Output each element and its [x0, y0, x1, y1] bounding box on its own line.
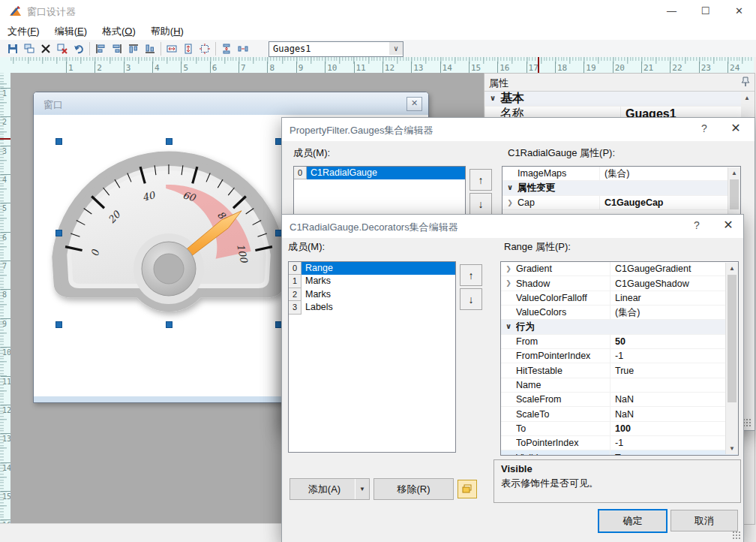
align-bottom-icon[interactable] [142, 41, 158, 56]
list-item-C1RadialGauge[interactable]: 0C1RadialGauge [294, 167, 465, 179]
align-top-icon[interactable] [125, 41, 142, 56]
selection-handle[interactable] [166, 138, 172, 145]
collapse-icon[interactable]: ∨ [501, 320, 516, 333]
list-item-Labels[interactable]: 3Labels [289, 301, 455, 314]
menu-item-2[interactable]: 格式(O) [94, 23, 143, 40]
ruler-number: 12 [385, 63, 394, 73]
property-value[interactable]: NaN [610, 393, 738, 406]
property-value[interactable]: (集合) [599, 167, 740, 180]
distribute-vertical-icon[interactable] [218, 41, 235, 56]
scroll-up-icon[interactable]: ▲ [728, 167, 740, 179]
distribute-horizontal-icon[interactable] [235, 41, 251, 56]
scroll-thumb[interactable] [730, 179, 739, 209]
dialog2-move-down-button[interactable]: ↓ [460, 288, 482, 310]
list-item-Range[interactable]: 0Range [289, 262, 455, 275]
property-row-Cap[interactable]: ❯CapC1GaugeCap [502, 196, 740, 210]
property-value[interactable]: -1 [610, 349, 738, 363]
list-item-Marks[interactable]: 1Marks [289, 275, 455, 288]
pin-icon[interactable] [741, 77, 750, 90]
align-left-icon[interactable] [92, 41, 109, 56]
same-height-icon[interactable] [180, 41, 196, 56]
property-value[interactable]: -1 [610, 436, 738, 450]
tab-order-icon[interactable] [21, 41, 38, 56]
property-value[interactable]: True [610, 450, 738, 456]
property-row-Visible[interactable]: VisibleTrue [501, 450, 738, 456]
property-row-基本[interactable]: ∨基本 [485, 92, 741, 107]
menu-item-1[interactable]: 编辑(E) [47, 23, 94, 40]
property-row-ValueColorFalloff[interactable]: ValueColorFalloffLinear [501, 291, 738, 306]
minimize-button[interactable]: — [655, 0, 688, 23]
dialog2-resize-grip[interactable] [732, 531, 741, 540]
dialog1-move-up-button[interactable]: ↑ [470, 169, 492, 191]
property-row-HitTestable[interactable]: HitTestableTrue [501, 363, 738, 378]
scroll-up-icon[interactable]: ▲ [726, 263, 738, 274]
size-to-grid-icon[interactable] [196, 41, 213, 56]
property-row-ScaleFrom[interactable]: ScaleFromNaN [501, 393, 738, 407]
scroll-down-icon[interactable]: ▼ [726, 443, 738, 454]
collapse-icon[interactable]: ∨ [485, 92, 500, 106]
same-width-icon[interactable] [164, 41, 180, 56]
maximize-button[interactable]: ☐ [688, 0, 722, 23]
collapse-icon[interactable]: ∨ [502, 181, 518, 194]
property-value[interactable]: 50 [610, 335, 738, 348]
property-value[interactable]: C1GaugeGradient [610, 262, 738, 276]
align-right-icon[interactable] [109, 41, 125, 56]
property-row-From[interactable]: From50 [501, 335, 738, 349]
property-value[interactable]: True [610, 363, 738, 377]
expand-icon[interactable]: ❯ [501, 276, 516, 290]
remove-selection-icon[interactable] [54, 41, 70, 56]
scroll-up-icon[interactable]: ▲ [741, 92, 753, 104]
undo-icon[interactable] [70, 41, 87, 56]
dialog1-move-down-button[interactable]: ↓ [470, 193, 492, 215]
property-row-Gradient[interactable]: ❯GradientC1GaugeGradient [501, 262, 738, 276]
help-icon[interactable]: ? [687, 219, 706, 234]
ruler-number: 11 [356, 63, 366, 73]
remove-button[interactable]: 移除(R) [374, 478, 454, 500]
property-row-Name[interactable]: Name [501, 378, 738, 393]
save-icon[interactable] [4, 41, 21, 56]
close-button[interactable]: ✕ [722, 0, 756, 23]
selection-handle[interactable] [56, 138, 62, 145]
property-row-To[interactable]: To100 [501, 422, 738, 436]
selection-handle[interactable] [56, 230, 62, 236]
property-row-ImageMaps[interactable]: ImageMaps(集合) [502, 167, 740, 181]
list-item-label: C1RadialGauge [307, 167, 465, 179]
property-value[interactable]: NaN [610, 407, 738, 420]
property-value[interactable]: 100 [610, 422, 738, 435]
property-value[interactable]: (集合) [610, 306, 738, 319]
property-row-ScaleTo[interactable]: ScaleToNaN [501, 407, 738, 421]
property-value[interactable]: C1GaugeCap [599, 196, 740, 209]
grid-scrollbar[interactable]: ▲▼ [725, 263, 738, 454]
close-icon[interactable]: ✕ [717, 218, 740, 234]
property-value[interactable]: Linear [610, 291, 738, 305]
property-row-行为[interactable]: ∨行为 [501, 320, 738, 334]
menu-item-0[interactable]: 文件(F) [0, 23, 47, 40]
help-icon[interactable]: ? [694, 122, 714, 137]
property-row-属性变更[interactable]: ∨属性变更 [502, 181, 740, 195]
ok-button[interactable]: 确定 [598, 509, 668, 533]
cancel-button[interactable]: 取消 [670, 510, 738, 531]
selection-handle[interactable] [166, 321, 172, 328]
dialog2-property-grid[interactable]: ❯GradientC1GaugeGradient❯ShadowC1GaugeSh… [500, 261, 739, 456]
property-value[interactable] [610, 378, 738, 392]
expand-icon[interactable]: ❯ [501, 262, 516, 276]
menu-item-3[interactable]: 帮助(H) [143, 23, 191, 40]
property-row-Shadow[interactable]: ❯ShadowC1GaugeShadow [501, 276, 738, 291]
property-value[interactable]: C1GaugeShadow [610, 276, 738, 290]
selection-handle[interactable] [56, 321, 62, 328]
chevron-down-icon[interactable]: ∨ [389, 42, 403, 55]
close-icon[interactable]: ✕ [724, 121, 747, 137]
add-dropdown-icon[interactable]: ▼ [355, 479, 369, 499]
delete-icon[interactable] [38, 41, 54, 56]
property-row-ValueColors[interactable]: ValueColors(集合) [501, 306, 738, 320]
dialog2-move-up-button[interactable]: ↑ [460, 264, 482, 286]
property-pages-button[interactable] [458, 480, 477, 498]
add-button[interactable]: 添加(A) ▼ [290, 478, 370, 500]
property-row-ToPointerIndex[interactable]: ToPointerIndex-1 [501, 436, 738, 450]
property-row-FromPointerIndex[interactable]: FromPointerIndex-1 [501, 349, 738, 363]
dialog2-members-list[interactable]: 0Range1Marks2Marks3Labels [288, 261, 456, 453]
gauge-selector-combobox[interactable]: Guages1 ∨ [268, 41, 404, 57]
list-item-Marks[interactable]: 2Marks [289, 288, 455, 301]
expand-icon[interactable]: ❯ [502, 196, 518, 209]
scroll-thumb[interactable] [728, 275, 736, 402]
